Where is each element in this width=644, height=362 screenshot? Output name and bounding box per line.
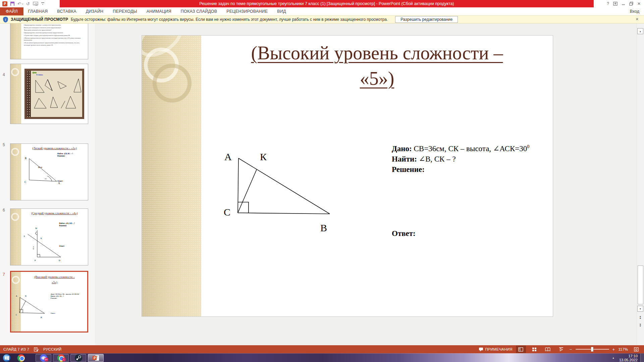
tab-animation[interactable]: АНИМАЦИЯ — [142, 7, 176, 15]
slide-sorter-view-button[interactable] — [529, 346, 539, 353]
slide-title: (Высокий уровень сложности – «5») — [201, 40, 553, 91]
slide-area-scrollbar[interactable]: ▲ ▼ ▲▲ ▼▼ — [637, 23, 644, 345]
thumb7-given-text: Дано: СВ=36см, СК – высота, ∠АСК=30° Най… — [51, 293, 79, 299]
slide-7-main[interactable]: (Высокий уровень сложности – «5») А К С … — [142, 35, 553, 317]
svg-text:В: В — [41, 316, 42, 318]
zoom-slider-thumb[interactable] — [591, 347, 593, 352]
thumb5-find-text: Найти: ∠В, ВС – ? Решение: — [57, 153, 73, 157]
ribbon-tab-row: ФАЙЛ ГЛАВНАЯ ВСТАВКА ДИЗАЙН ПЕРЕХОДЫ АНИ… — [0, 7, 644, 15]
slideshow-view-button[interactable] — [556, 346, 566, 353]
thumb-number-5: 5 — [3, 142, 5, 147]
thumb6-figure: М Е К Р D 16см — [21, 225, 65, 263]
problem-statement: Дано: СВ=36см, СК – высота, ∠АСК=300 Най… — [392, 141, 553, 175]
ring-decoration — [153, 64, 192, 103]
tab-view[interactable]: ВИД — [272, 7, 290, 15]
thumb-beige-strip — [10, 144, 21, 200]
next-slide-button[interactable]: ▼▼ — [637, 322, 643, 328]
thumb5-title: (Легкий уровень сложности – «3») — [22, 146, 87, 150]
thumb7-answer-text: Ответ: — [51, 312, 55, 314]
undo-dropdown-icon[interactable]: ▾ — [22, 3, 23, 5]
previous-slide-button[interactable]: ▲▲ — [637, 314, 643, 320]
zoom-out-button[interactable]: − — [570, 347, 572, 352]
tab-review[interactable]: РЕЦЕНЗИРОВАНИЕ — [222, 7, 272, 15]
windows-taskbar: 9+ t P ▲ 17:10 13.05.2022 — [0, 353, 644, 362]
restore-icon[interactable] — [629, 2, 633, 6]
taskbar-clock[interactable]: 17:10 13.05.2022 — [619, 354, 638, 362]
powerpoint-logo-icon[interactable]: P — [2, 1, 7, 6]
zoom-percent[interactable]: 117% — [618, 347, 628, 351]
status-bar: СЛАЙД 7 ИЗ 7 РУССКИЙ ПРИМЕЧАНИЯ — [0, 345, 644, 353]
spellcheck-icon[interactable] — [34, 347, 39, 352]
protected-view-message: Будьте осторожны: файлы из Интернета мог… — [71, 17, 388, 22]
message-bar-close-icon[interactable]: ✕ — [636, 17, 639, 21]
vertex-a-label: А — [224, 151, 232, 162]
thumb6-find-text: Найти: ∠D, КD – ? Решение: — [59, 222, 75, 227]
thumb-beige-strip — [10, 64, 21, 124]
svg-text:К: К — [25, 295, 27, 297]
triangle-figure: А К С В — [219, 146, 340, 240]
start-from-beginning-icon[interactable] — [33, 2, 38, 6]
vertex-b-label: В — [320, 222, 327, 233]
thumbnail-slide-7-selected[interactable]: (Высокий уровень сложности – «5») А К С … — [10, 271, 88, 333]
ribbon-display-options-icon[interactable] — [613, 2, 618, 6]
tab-file[interactable]: ФАЙЛ — [0, 7, 23, 15]
title-bar: P ↶ ▾ ↺ ▾ Решение задач по теме прямоуго… — [0, 0, 644, 7]
help-icon[interactable]: ? — [607, 2, 609, 6]
thumbnail-slide-4[interactable]: Устно. — [10, 64, 88, 124]
main-area: Как называются стороны прямоугольного тр… — [0, 23, 644, 345]
tab-home[interactable]: ГЛАВНАЯ — [23, 7, 53, 15]
customize-qat-icon[interactable]: ▾ — [41, 2, 44, 5]
zoom-slider[interactable] — [576, 349, 609, 350]
slide-beige-strip — [142, 36, 201, 316]
protected-view-bar: i ЗАЩИЩЕННЫЙ ПРОСМОТР Будьте осторожны: … — [0, 15, 644, 23]
vertex-c-label: С — [224, 206, 230, 218]
svg-text:К: К — [41, 237, 42, 239]
thumb5-figure: В С А 48см 30° — [24, 153, 62, 187]
reading-view-button[interactable] — [543, 346, 553, 353]
thumb-number-4: 4 — [3, 72, 5, 77]
thumb-beige-strip — [10, 23, 21, 59]
tab-design[interactable]: ДИЗАЙН — [81, 7, 108, 15]
save-icon[interactable] — [10, 2, 14, 6]
slide-thumbnail-panel: Как называются стороны прямоугольного тр… — [0, 23, 95, 345]
svg-text:В: В — [25, 157, 26, 160]
comment-icon — [479, 347, 483, 352]
tab-insert[interactable]: ВСТАВКА — [52, 7, 81, 15]
thumbnail-slide-3[interactable]: Как называются стороны прямоугольного тр… — [10, 23, 88, 59]
thumb4-triangle-sketches — [32, 77, 84, 116]
scroll-down-button[interactable]: ▼ — [637, 306, 643, 312]
enable-editing-button[interactable]: Разрешить редактирование — [395, 16, 458, 23]
thumb-beige-strip — [10, 209, 21, 265]
fit-slide-to-window-button[interactable] — [631, 346, 641, 353]
minimize-icon[interactable] — [622, 2, 625, 6]
notes-button[interactable]: ПРИМЕЧАНИЯ — [479, 347, 513, 352]
tab-slideshow[interactable]: ПОКАЗ СЛАЙДОВ — [176, 7, 222, 15]
discord-badge: 9+ — [44, 358, 48, 361]
thumbnail-slide-6[interactable]: (Средний уровень сложности – «4») М Е К … — [10, 208, 88, 265]
show-hidden-icons-chevron[interactable]: ▲ — [612, 357, 614, 359]
scroll-up-button[interactable]: ▲ — [637, 28, 643, 34]
normal-view-button[interactable] — [516, 346, 526, 353]
show-desktop-button[interactable] — [640, 354, 644, 362]
taskbar-discord-button[interactable]: 9+ — [36, 354, 51, 362]
tab-transitions[interactable]: ПЕРЕХОДЫ — [108, 7, 142, 15]
system-tray: ▲ 17:10 13.05.2022 — [612, 354, 644, 362]
taskbar-powerpoint-button[interactable]: P — [88, 354, 104, 362]
svg-text:16см: 16см — [33, 246, 34, 250]
zoom-in-button[interactable]: + — [612, 347, 615, 352]
thumbnail-slide-5[interactable]: (Легкий уровень сложности – «3») В С А 4… — [10, 143, 88, 200]
svg-text:Р: Р — [35, 259, 36, 261]
start-button[interactable] — [3, 354, 11, 362]
scrollbar-thumb[interactable] — [638, 265, 643, 304]
clock-date: 13.05.2022 — [619, 358, 638, 362]
sign-in-link[interactable]: Вход — [630, 7, 644, 15]
repeat-icon[interactable]: ↺ — [26, 2, 30, 6]
close-icon[interactable]: ✕ — [637, 2, 641, 6]
thumb7-title-line1: (Высокий уровень сложности – — [23, 275, 86, 279]
thumb4-caption: Устно. — [36, 73, 43, 76]
language-indicator[interactable]: РУССКИЙ — [43, 347, 61, 351]
taskbar-chrome-icon[interactable] — [17, 354, 25, 362]
taskbar-steam-button[interactable] — [70, 354, 86, 362]
taskbar-chrome-2-button[interactable]: t — [53, 354, 69, 362]
undo-icon[interactable]: ↶ — [17, 2, 21, 6]
